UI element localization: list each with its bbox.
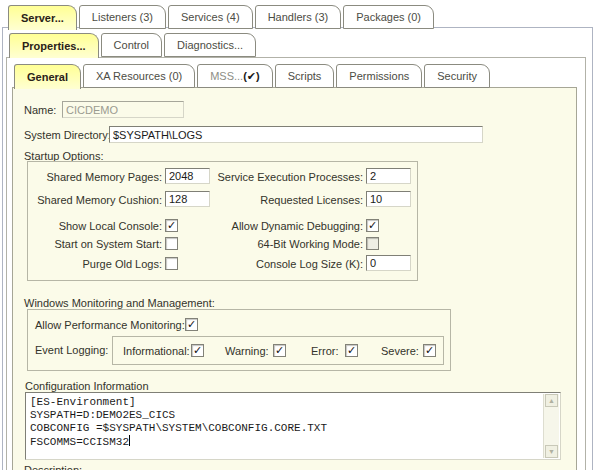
tab-mss-label: MSS... <box>210 70 243 82</box>
allow-performance-monitoring-label: Allow Performance Monitoring: <box>35 319 185 331</box>
event-severe-checkbox[interactable]: ✓ <box>423 344 436 357</box>
64-bit-working-mode-checkbox[interactable] <box>366 237 379 250</box>
system-directory-field[interactable] <box>109 126 483 143</box>
64-bit-working-mode-label: 64-Bit Working Mode: <box>208 238 363 250</box>
system-directory-label: System Directory: <box>24 129 111 141</box>
scroll-up-icon[interactable]: ▲ <box>545 394 558 407</box>
requested-licenses-label: Requested Licenses: <box>208 194 363 206</box>
event-logging-label: Event Logging: <box>35 344 108 356</box>
server-sub-tab-bar: Properties... Control Diagnostics... <box>9 33 258 58</box>
show-local-console-label: Show Local Console: <box>32 220 162 232</box>
event-logging-group: Informational: ✓ Warning: ✓ Error: ✓ Sev… <box>112 336 444 365</box>
tab-security[interactable]: Security <box>424 64 490 88</box>
event-warning-checkbox[interactable]: ✓ <box>273 344 286 357</box>
console-log-size-label: Console Log Size (K): <box>208 258 363 270</box>
event-severe-label: Severe: <box>381 345 419 357</box>
tab-scripts[interactable]: Scripts <box>275 64 335 88</box>
configuration-text: [ES-Environment]SYSPATH=D:DEMO2ES_CICSCO… <box>30 396 540 449</box>
shared-memory-cushion-label: Shared Memory Cushion: <box>32 194 162 206</box>
tab-xa-resources[interactable]: XA Resources (0) <box>83 64 195 88</box>
requested-licenses-field[interactable] <box>366 191 411 207</box>
tab-listeners[interactable]: Listeners (3) <box>79 5 166 29</box>
scroll-down-icon[interactable]: ▼ <box>545 445 558 458</box>
name-field[interactable] <box>62 101 184 118</box>
purge-old-logs-label: Purge Old Logs: <box>32 258 162 270</box>
shared-memory-pages-label: Shared Memory Pages: <box>32 171 162 183</box>
tab-packages[interactable]: Packages (0) <box>343 5 434 29</box>
tab-properties[interactable]: Properties... <box>9 33 99 58</box>
allow-dynamic-debugging-label: Allow Dynamic Debugging: <box>208 220 363 232</box>
service-execution-processes-label: Service Execution Processes: <box>208 171 363 183</box>
shared-memory-cushion-field[interactable] <box>165 191 210 207</box>
tab-server[interactable]: Server... <box>8 5 77 30</box>
tab-control[interactable]: Control <box>101 33 162 57</box>
allow-dynamic-debugging-checkbox[interactable]: ✓ <box>366 219 379 232</box>
tab-handlers[interactable]: Handlers (3) <box>255 5 342 29</box>
monitoring-section-label: Windows Monitoring and Management: <box>24 297 215 309</box>
tab-diagnostics[interactable]: Diagnostics... <box>164 33 256 57</box>
name-label: Name: <box>24 104 56 116</box>
tab-services[interactable]: Services (4) <box>168 5 253 29</box>
event-informational-label: Informational: <box>123 345 190 357</box>
event-error-checkbox[interactable]: ✓ <box>345 344 358 357</box>
service-execution-processes-field[interactable] <box>366 168 411 184</box>
purge-old-logs-checkbox[interactable] <box>165 257 178 270</box>
event-warning-label: Warning: <box>225 345 269 357</box>
tab-mss-check-icon: (✔) <box>243 70 260 83</box>
tab-permissions[interactable]: Permissions <box>336 64 422 88</box>
top-tab-bar: Server... Listeners (3) Services (4) Han… <box>8 5 436 30</box>
start-on-system-start-checkbox[interactable] <box>165 237 178 250</box>
allow-performance-monitoring-checkbox[interactable]: ✓ <box>185 318 198 331</box>
configuration-information-label: Configuration Information <box>25 380 149 392</box>
event-error-label: Error: <box>311 345 339 357</box>
description-label: Description: <box>24 464 82 470</box>
console-log-size-field[interactable] <box>366 255 411 271</box>
config-scrollbar[interactable]: ▲ ▼ <box>543 394 559 458</box>
monitoring-group: Allow Performance Monitoring: ✓ Event Lo… <box>27 309 451 371</box>
event-informational-checkbox[interactable]: ✓ <box>191 344 204 357</box>
configuration-information-textarea[interactable]: [ES-Environment]SYSPATH=D:DEMO2ES_CICSCO… <box>25 392 561 460</box>
show-local-console-checkbox[interactable]: ✓ <box>165 219 178 232</box>
tab-mss[interactable]: MSS... (✔) <box>197 64 273 88</box>
shared-memory-pages-field[interactable] <box>165 168 210 184</box>
start-on-system-start-label: Start on System Start: <box>32 238 162 250</box>
properties-sub-tab-bar: General XA Resources (0) MSS... (✔) Scri… <box>14 64 492 89</box>
text-caret <box>129 435 130 446</box>
startup-options-group: Shared Memory Pages: Service Execution P… <box>27 161 418 281</box>
tab-general[interactable]: General <box>14 64 81 89</box>
